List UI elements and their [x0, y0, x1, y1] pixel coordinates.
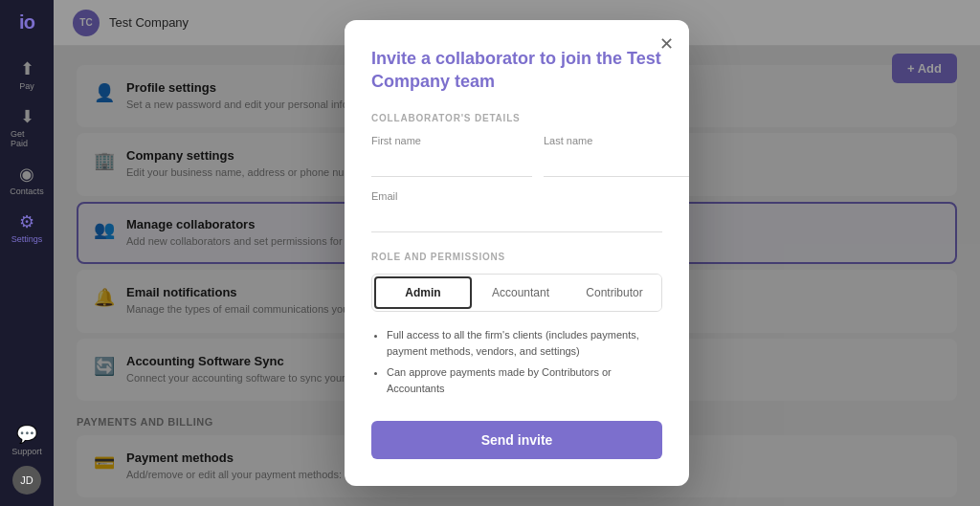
sidebar: io ⬆ Pay ⬇ Get Paid ◉ Contacts ⚙ Setting…	[0, 0, 54, 506]
role-desc-item-2: Can approve payments made by Contributor…	[387, 364, 662, 398]
role-accountant-button[interactable]: Accountant	[474, 275, 568, 311]
sidebar-label-contacts: Contacts	[10, 187, 44, 196]
email-input[interactable]	[371, 206, 662, 232]
sidebar-label-settings: Settings	[11, 234, 43, 244]
email-field: Email	[371, 190, 662, 232]
role-buttons-group: Admin Accountant Contributor	[371, 274, 662, 312]
pay-icon: ⬆	[20, 58, 34, 79]
support-icon: 💬	[16, 424, 37, 445]
sidebar-label-pay: Pay	[19, 81, 34, 91]
get-paid-icon: ⬇	[20, 106, 34, 127]
close-modal-button[interactable]: ✕	[659, 35, 674, 53]
role-admin-button[interactable]: Admin	[374, 276, 472, 309]
settings-icon: ⚙	[19, 211, 34, 232]
main-content: TC Test Company 👤 Profile settings Set a…	[54, 0, 980, 506]
modal-overlay: ✕ Invite a collaborator to join the Test…	[54, 0, 980, 506]
role-contributor-button[interactable]: Contributor	[568, 275, 661, 311]
contacts-icon: ◉	[19, 164, 34, 185]
app-logo: io	[19, 11, 34, 33]
modal-title: Invite a collaborator to join the Test C…	[371, 47, 662, 94]
sidebar-item-support[interactable]: 💬 Support	[5, 418, 49, 462]
first-name-input[interactable]	[371, 150, 532, 177]
role-section: ROLE AND PERMISSIONS Admin Accountant Co…	[371, 252, 662, 398]
collaborator-details-label: COLLABORATOR'S DETAILS	[371, 113, 662, 123]
sidebar-item-pay[interactable]: ⬆ Pay	[5, 53, 49, 97]
name-fields-row: First name Last name	[371, 135, 662, 177]
first-name-label: First name	[371, 135, 532, 146]
first-name-field: First name	[371, 135, 532, 177]
send-invite-button[interactable]: Send invite	[371, 421, 662, 459]
role-section-label: ROLE AND PERMISSIONS	[371, 252, 662, 262]
role-description: Full access to all the firm's clients (i…	[371, 327, 662, 398]
invite-collaborator-modal: ✕ Invite a collaborator to join the Test…	[345, 20, 689, 486]
last-name-field: Last name	[544, 135, 689, 177]
last-name-label: Last name	[544, 135, 689, 146]
role-desc-item-1: Full access to all the firm's clients (i…	[387, 327, 662, 361]
sidebar-item-get-paid[interactable]: ⬇ Get Paid	[5, 100, 49, 154]
sidebar-item-settings[interactable]: ⚙ Settings	[5, 206, 49, 250]
sidebar-item-contacts[interactable]: ◉ Contacts	[5, 158, 49, 202]
last-name-input[interactable]	[544, 150, 689, 177]
sidebar-label-get-paid: Get Paid	[11, 129, 43, 148]
user-avatar[interactable]: JD	[12, 466, 41, 495]
email-label: Email	[371, 190, 662, 202]
sidebar-label-support: Support	[11, 447, 42, 456]
